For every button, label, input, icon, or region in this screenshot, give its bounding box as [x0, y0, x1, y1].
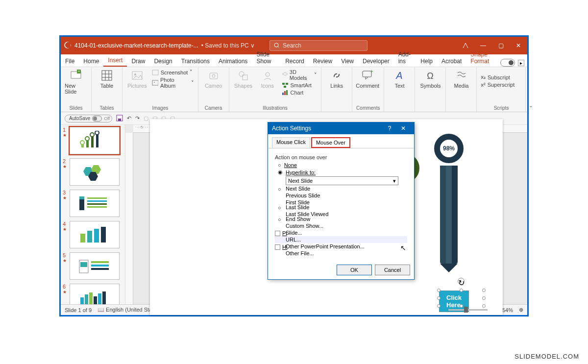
dialog-title-text: Action Settings [272, 125, 311, 132]
svg-rect-54 [101, 227, 106, 243]
selection-handle[interactable] [437, 296, 441, 300]
selection-handle[interactable] [460, 289, 463, 292]
cancel-button[interactable]: Cancel [375, 265, 410, 275]
pencil-gauge-dark[interactable]: 98% [439, 139, 459, 272]
tab-draw[interactable]: Draw [127, 56, 149, 67]
svg-text:A: A [396, 70, 403, 81]
list-item[interactable]: Other File... [275, 250, 407, 257]
dialog-help-icon[interactable]: ? [383, 125, 396, 132]
svg-rect-53 [94, 229, 99, 243]
svg-rect-51 [80, 234, 85, 243]
tab-review[interactable]: Review [309, 56, 337, 67]
fit-to-window-icon[interactable]: ⊕ [519, 307, 523, 313]
dialog-close-icon[interactable]: ✕ [396, 125, 410, 132]
rotate-handle-icon[interactable]: ↻ [458, 278, 465, 285]
thumbnail-6[interactable] [70, 284, 120, 304]
table-button[interactable]: Table [96, 69, 118, 89]
list-item[interactable]: End Show [275, 216, 407, 222]
slide-thumbnails[interactable]: 1★ 2★ 3★ 4★ 5★ 6★ 7 [61, 125, 125, 304]
list-item[interactable]: Slide... [275, 229, 407, 236]
list-item[interactable]: Custom Show... [275, 222, 407, 229]
tab-addins[interactable]: Add-ins [394, 49, 416, 67]
superscript-button[interactable]: x² Superscript [481, 82, 521, 88]
ribbon-expand-icon[interactable]: ⌄ [529, 102, 533, 109]
cameo-button[interactable]: Cameo [202, 69, 225, 89]
camera-toggle[interactable] [500, 59, 515, 67]
comment-button[interactable]: +Comment [356, 69, 379, 89]
hyperlink-combo[interactable]: Next Slide▾ [286, 176, 398, 185]
undo-icon[interactable]: ↶ [127, 115, 131, 121]
dialog-titlebar[interactable]: Action Settings ? ✕ [268, 122, 414, 134]
screenshot-button[interactable]: Screenshot ˅ [152, 69, 194, 75]
selection-handle[interactable] [482, 289, 486, 292]
ribbon-collapse-icon[interactable]: ▸ [518, 60, 524, 66]
search-input[interactable]: Search [270, 40, 368, 51]
tab-acrobat[interactable]: Acrobat [437, 56, 466, 67]
thumbnail-1[interactable] [70, 127, 120, 154]
slide-counter[interactable]: Slide 1 of 9 [65, 307, 92, 313]
subscript-button[interactable]: x₂ Subscript [481, 74, 521, 80]
tab-shape-format[interactable]: Shape Format [466, 49, 500, 67]
ok-button[interactable]: OK [337, 265, 372, 275]
zoom-slider[interactable] [448, 309, 488, 311]
selection-handle[interactable] [482, 296, 486, 300]
tab-file[interactable]: File [61, 56, 79, 67]
text-button[interactable]: AText [388, 69, 411, 89]
thumbnail-2[interactable] [70, 158, 120, 186]
thumbnail-4[interactable] [70, 221, 120, 248]
zoom-level[interactable]: 54% [502, 307, 513, 313]
tab-view[interactable]: View [337, 56, 358, 67]
selection-handle[interactable] [460, 304, 463, 308]
redo-icon[interactable]: ↷ [135, 115, 140, 121]
radio-hyperlink[interactable]: ◉Hyperlink to: [278, 169, 407, 175]
list-item[interactable]: Other PowerPoint Presentation... [275, 243, 407, 250]
svg-rect-24 [284, 86, 286, 88]
radio-none[interactable]: ○None [278, 162, 407, 168]
list-item[interactable]: URL... [275, 236, 407, 243]
tab-transitions[interactable]: Transitions [177, 56, 214, 67]
svg-rect-25 [282, 93, 284, 95]
tab-animations[interactable]: Animations [214, 56, 252, 67]
svg-rect-49 [87, 203, 107, 205]
tab-insert[interactable]: Insert [103, 55, 127, 67]
watermark: SLIDEMODEL.COM [514, 353, 579, 360]
tab-mouse-click[interactable]: Mouse Click [272, 137, 310, 148]
pictures-button[interactable]: Pictures [126, 69, 148, 89]
icons-button[interactable]: Icons [257, 69, 277, 96]
symbols-button[interactable]: ΩSymbols [419, 69, 441, 89]
selection-handle[interactable] [482, 304, 486, 308]
selection-handle[interactable] [437, 289, 441, 292]
list-item[interactable]: Last Slide [275, 204, 407, 211]
3d-models-button[interactable]: 3D Models ˅ [282, 69, 318, 81]
smartart-button[interactable]: SmartArt [282, 82, 318, 88]
links-button[interactable]: Links [325, 69, 348, 89]
save-icon[interactable] [116, 115, 123, 122]
svg-text:+: + [370, 70, 373, 75]
svg-point-39 [85, 137, 89, 141]
photo-album-button[interactable]: Photo Album ˅ [152, 77, 194, 89]
thumbnail-5[interactable] [70, 252, 120, 280]
svg-rect-17 [210, 73, 218, 79]
saved-status[interactable]: • Saved to this PC ∨ [201, 42, 255, 49]
media-button[interactable]: Media [450, 69, 472, 89]
selection-handle[interactable] [437, 304, 441, 308]
autosave-toggle[interactable]: AutoSave Off [65, 115, 112, 122]
shapes-button[interactable]: Shapes [233, 69, 253, 96]
tab-developer[interactable]: Developer [358, 56, 394, 67]
list-item[interactable]: Previous Slide [275, 192, 407, 199]
tab-mouse-over[interactable]: Mouse Over [311, 137, 350, 148]
tab-design[interactable]: Design [149, 56, 176, 67]
svg-text:+: + [78, 70, 80, 73]
chart-button[interactable]: Chart [282, 90, 318, 96]
list-item[interactable]: Next Slide [275, 185, 407, 192]
tab-help[interactable]: Help [416, 56, 437, 67]
titlebar: 4104-01-exclusive-market-research-templa… [61, 37, 527, 54]
new-slide-button[interactable]: +New Slide [65, 69, 87, 95]
thumbnail-3[interactable] [70, 190, 120, 217]
tab-home[interactable]: Home [79, 56, 103, 67]
tab-slideshow[interactable]: Slide Show [252, 49, 281, 67]
tab-record[interactable]: Record [281, 56, 309, 67]
menu-tabs: File Home Insert Draw Design Transitions… [61, 54, 527, 67]
close-button[interactable]: ✕ [510, 37, 527, 54]
qat-icon[interactable]: ▢ [144, 115, 148, 121]
